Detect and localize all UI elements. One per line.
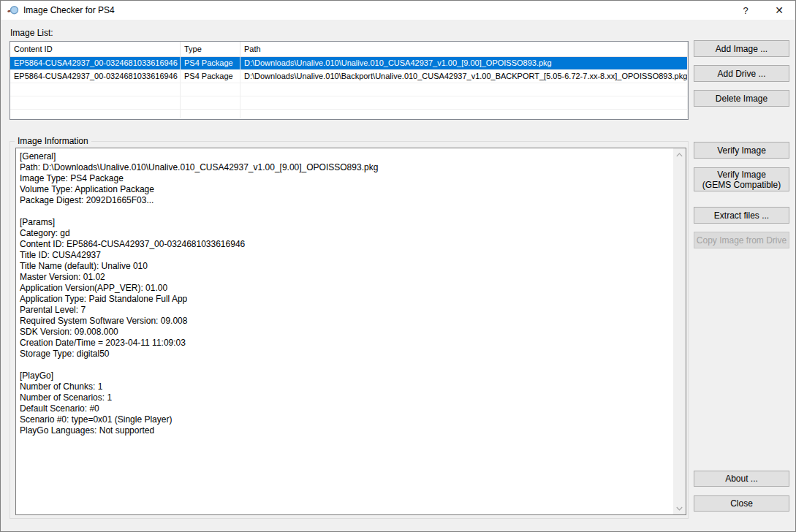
add-image-button[interactable]: Add Image ... (694, 40, 789, 57)
image-information-label: Image Information (15, 136, 91, 146)
window-close-button[interactable]: ✕ (767, 1, 791, 20)
image-list-table: Content ID Type Path EP5864-CUSA42937_00… (10, 41, 689, 120)
scrollbar-track[interactable] (673, 161, 686, 502)
scroll-up-arrow-icon[interactable] (673, 148, 686, 161)
copy-image-from-drive-button: Copy Image from Drive (694, 232, 789, 248)
cell-path: D:\Downloads\Unalive.010\Unalive.010_CUS… (240, 57, 688, 69)
help-button[interactable]: ? (734, 1, 757, 20)
column-header-path[interactable]: Path (240, 42, 688, 56)
table-row[interactable]: EP5864-CUSA42937_00-0324681033616946 PS4… (10, 70, 688, 83)
verify-gems-line1: Verify Image (717, 170, 766, 180)
empty-row (10, 96, 688, 110)
magnifier-app-icon (7, 4, 19, 16)
image-information-group: Image Information [General] Path: D:\Dow… (10, 141, 689, 519)
empty-row (10, 83, 688, 96)
close-button[interactable]: Close (694, 495, 789, 512)
delete-image-button[interactable]: Delete Image (694, 90, 789, 107)
table-header-row: Content ID Type Path (10, 42, 688, 57)
empty-row (10, 110, 688, 118)
table-row-selected[interactable]: EP5864-CUSA42937_00-0324681033616946 PS4… (10, 57, 688, 70)
image-info-text: [General] Path: D:\Downloads\Unalive.010… (20, 151, 670, 436)
cell-path: D:\Downloads\Unalive.010\Backport\Unaliv… (240, 70, 688, 83)
verify-image-button[interactable]: Verify Image (694, 142, 789, 159)
app-window: Image Checker for PS4 ? ✕ Image List: Co… (0, 0, 796, 532)
titlebar: Image Checker for PS4 ? ✕ (1, 1, 795, 20)
cell-type: PS4 Package (181, 70, 240, 83)
extract-files-button[interactable]: Extract files ... (694, 207, 789, 224)
image-list-label: Image List: (10, 28, 53, 38)
image-info-textbox[interactable]: [General] Path: D:\Downloads\Unalive.010… (15, 148, 686, 515)
verify-image-gems-button[interactable]: Verify Image (GEMS Compatible) (694, 167, 789, 191)
cell-content-id: EP5864-CUSA42937_00-0324681033616946 (10, 70, 181, 83)
about-button[interactable]: About ... (694, 471, 789, 487)
cell-type: PS4 Package (181, 57, 240, 69)
column-header-content-id[interactable]: Content ID (10, 42, 181, 56)
vertical-scrollbar[interactable] (673, 148, 686, 514)
cell-content-id: EP5864-CUSA42937_00-0324681033616946 (10, 57, 181, 69)
add-drive-button[interactable]: Add Drive ... (694, 65, 789, 82)
column-header-type[interactable]: Type (181, 42, 240, 56)
window-title: Image Checker for PS4 (23, 5, 115, 15)
scroll-down-arrow-icon[interactable] (673, 502, 686, 514)
verify-gems-line2: (GEMS Compatible) (702, 180, 781, 190)
